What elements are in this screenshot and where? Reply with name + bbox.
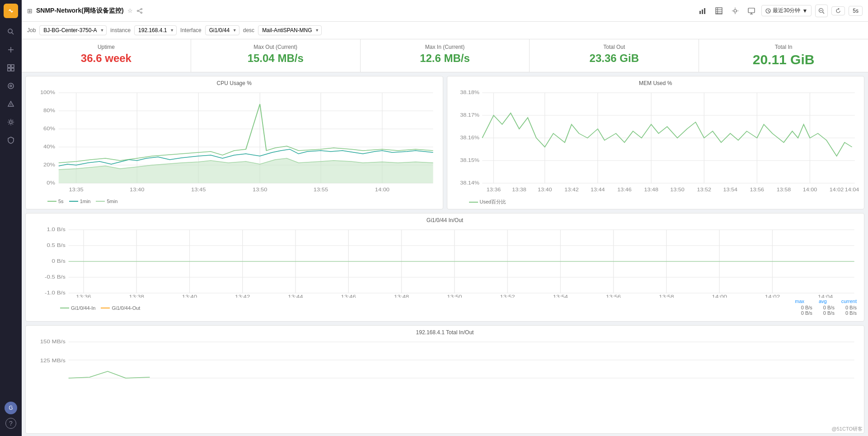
svg-text:0.5 B/s: 0.5 B/s — [47, 243, 66, 248]
svg-point-16 — [141, 12, 142, 13]
svg-line-2 — [12, 33, 14, 34]
desc-filter-label: desc — [243, 27, 254, 33]
user-avatar[interactable]: G — [5, 402, 17, 414]
instance-filter-select[interactable]: 192.168.4.1 — [134, 25, 177, 35]
svg-text:13:40: 13:40 — [537, 187, 551, 192]
job-filter-label: Job — [27, 27, 36, 33]
mem-chart-panel: MEM Used % 38.18% 38.17% 38.16% 38.15% 3… — [447, 76, 865, 209]
legend-gi-in: Gi1/0/44-In — [60, 305, 95, 311]
uptime-value: 36.6 week — [29, 52, 183, 65]
help-sidebar-icon[interactable]: ? — [5, 418, 16, 429]
dashboard-sidebar-icon[interactable] — [3, 60, 19, 76]
refresh-interval-selector[interactable]: 5s — [849, 6, 863, 16]
svg-rect-28 — [748, 8, 755, 13]
svg-line-17 — [138, 9, 141, 10]
dashboard-settings-icon[interactable] — [729, 5, 741, 17]
svg-text:13:38: 13:38 — [512, 187, 526, 192]
svg-line-33 — [768, 11, 769, 12]
svg-text:38.15%: 38.15% — [460, 158, 479, 163]
svg-text:13:40: 13:40 — [130, 187, 144, 192]
svg-text:13:35: 13:35 — [69, 187, 83, 192]
table-view-icon[interactable] — [713, 5, 725, 17]
svg-text:38.14%: 38.14% — [460, 180, 479, 185]
share-icon[interactable] — [136, 8, 143, 14]
svg-text:38.16%: 38.16% — [460, 135, 479, 140]
cpu-legend: 5s 1min 5min — [29, 199, 439, 204]
legend-gi-out: Gi1/0/44-Out — [101, 305, 140, 311]
total-chart-svg: 150 MB/s 125 MB/s — [29, 337, 860, 383]
monitor-icon[interactable] — [745, 5, 758, 17]
chart-type-icon[interactable] — [696, 5, 709, 17]
topbar-grid-icon: ⊞ — [27, 7, 33, 14]
settings-sidebar-icon[interactable] — [3, 114, 19, 130]
time-dropdown-arrow: ▼ — [802, 8, 807, 14]
interface-filter-select[interactable]: Gi1/0/44 — [205, 25, 239, 35]
svg-text:0 B/s: 0 B/s — [52, 259, 66, 264]
page-title: SNMP-Network(网络设备监控) — [36, 7, 124, 15]
svg-text:14:00: 14:00 — [802, 187, 816, 192]
cpu-legend-5min: 5min — [96, 199, 117, 204]
svg-rect-5 — [8, 65, 10, 67]
interface-stats-table: max avg current 0 B/s 0 B/s 0 B/s 0 B/s … — [795, 299, 857, 316]
svg-text:13:48: 13:48 — [394, 294, 409, 298]
svg-rect-19 — [699, 11, 701, 14]
stats-bar: Uptime 36.6 week Max Out (Current) 15.04… — [22, 39, 868, 72]
interface-legend: Gi1/0/44-In Gi1/0/44-Out — [33, 305, 140, 311]
svg-point-1 — [8, 29, 12, 33]
search-sidebar-icon[interactable] — [3, 24, 19, 40]
max-out-value: 15.04 MB/s — [198, 52, 353, 65]
time-range-label: 最近30分钟 — [773, 7, 800, 14]
svg-text:13:56: 13:56 — [606, 294, 621, 298]
explore-sidebar-icon[interactable] — [3, 78, 19, 94]
max-out-label: Max Out (Current) — [198, 44, 353, 50]
svg-text:13:45: 13:45 — [191, 187, 206, 192]
refresh-button[interactable] — [831, 6, 845, 15]
chart-row-1: CPU Usage % 100% 80% 60% 40% 20% 0% — [25, 76, 864, 209]
total-out-stat: Total Out 23.36 GiB — [530, 39, 699, 72]
svg-text:13:55: 13:55 — [314, 187, 328, 192]
zoom-out-icon[interactable] — [815, 5, 828, 17]
svg-point-13 — [9, 121, 12, 123]
cpu-legend-1min: 1min — [69, 199, 91, 204]
svg-text:13:44: 13:44 — [591, 187, 605, 192]
mem-legend: Used百分比 — [451, 199, 861, 205]
svg-text:13:48: 13:48 — [644, 187, 658, 192]
svg-line-18 — [138, 11, 141, 12]
svg-text:13:44: 13:44 — [288, 294, 303, 298]
svg-point-15 — [137, 10, 138, 11]
topbar-left: ⊞ SNMP-Network(网络设备监控) ☆ — [27, 7, 143, 15]
svg-text:80%: 80% — [43, 108, 55, 113]
svg-text:14:02: 14:02 — [765, 294, 780, 298]
mem-legend-used: Used百分比 — [469, 199, 507, 205]
total-in-stat: Total In 20.11 GiB — [699, 39, 868, 72]
total-chart-title: 192.168.4.1 Total In/Out — [29, 329, 860, 336]
instance-filter-label: instance — [110, 27, 131, 33]
time-range-selector[interactable]: 最近30分钟 ▼ — [761, 5, 812, 16]
sidebar: G ? — [0, 0, 22, 436]
svg-point-27 — [734, 9, 737, 12]
svg-text:38.18%: 38.18% — [460, 90, 479, 95]
cpu-legend-5s: 5s — [47, 199, 64, 204]
job-filter-select[interactable]: BJ-BG-Center-3750-A — [39, 25, 107, 35]
svg-text:13:52: 13:52 — [500, 294, 515, 298]
plus-sidebar-icon[interactable] — [3, 42, 19, 58]
alert-sidebar-icon[interactable] — [3, 96, 19, 112]
svg-text:13:46: 13:46 — [341, 294, 357, 298]
svg-rect-8 — [11, 68, 14, 71]
svg-text:13:50: 13:50 — [670, 187, 684, 192]
svg-text:14:04: 14:04 — [818, 294, 833, 298]
desc-filter-select[interactable]: Mail-AntiSPAN-MNG — [258, 25, 322, 35]
total-out-label: Total Out — [537, 44, 691, 50]
svg-text:150 MB/s: 150 MB/s — [40, 339, 66, 344]
svg-text:-1.0 B/s: -1.0 B/s — [45, 290, 66, 295]
svg-rect-21 — [704, 8, 705, 14]
svg-text:38.17%: 38.17% — [460, 113, 479, 118]
svg-text:13:40: 13:40 — [182, 294, 197, 298]
svg-text:13:50: 13:50 — [253, 187, 267, 192]
sidebar-logo[interactable] — [4, 4, 18, 18]
filter-bar: Job BJ-BG-Center-3750-A instance 192.168… — [22, 22, 868, 39]
total-chart-panel: 192.168.4.1 Total In/Out 150 MB/s 125 MB… — [25, 325, 864, 434]
shield-sidebar-icon[interactable] — [3, 132, 19, 148]
star-icon[interactable]: ☆ — [127, 7, 133, 14]
svg-text:14:04: 14:04 — [845, 187, 859, 192]
